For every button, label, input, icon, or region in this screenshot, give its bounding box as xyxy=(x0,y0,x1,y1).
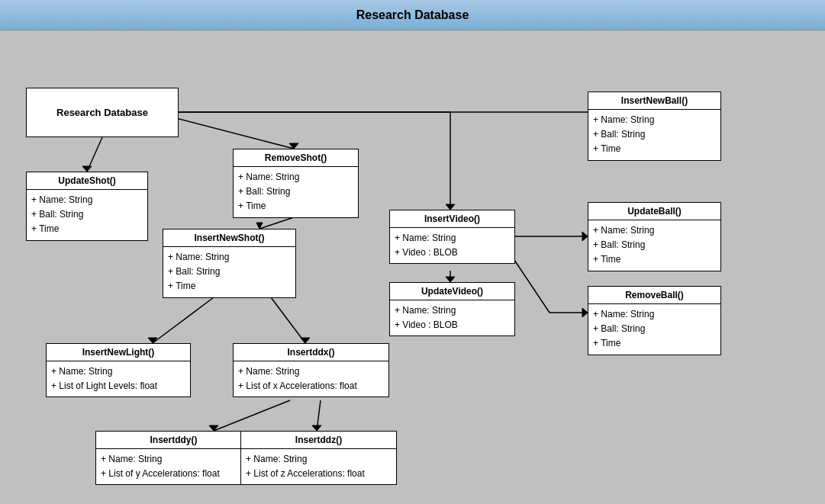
insertddx-header: Insertddx() xyxy=(234,344,388,361)
svg-marker-14 xyxy=(301,338,310,343)
svg-marker-12 xyxy=(148,338,157,343)
insertddz-header: Insertddz() xyxy=(241,432,396,449)
insertddx-body: + Name: String + List of x Accelerations… xyxy=(234,361,388,396)
insertddx-box: Insertddx() + Name: String + List of x A… xyxy=(233,343,389,397)
svg-marker-2 xyxy=(289,143,298,149)
update-ball-header: UpdateBall() xyxy=(588,203,720,220)
svg-line-15 xyxy=(214,400,290,431)
update-ball-box: UpdateBall() + Name: String + Ball: Stri… xyxy=(588,202,721,271)
svg-line-23 xyxy=(511,255,549,313)
research-db-box: Research Database xyxy=(26,88,179,137)
svg-line-17 xyxy=(317,400,321,431)
svg-marker-10 xyxy=(256,223,263,229)
update-video-header: UpdateVideo() xyxy=(390,283,514,300)
svg-marker-18 xyxy=(312,425,321,431)
insert-new-ball-box: InsertNewBall() + Name: String + Ball: S… xyxy=(588,91,721,161)
svg-marker-5 xyxy=(446,204,455,210)
update-shot-box: UpdateShot() + Name: String + Ball: Stri… xyxy=(26,172,148,241)
update-shot-header: UpdateShot() xyxy=(27,172,147,190)
insertddy-body: + Name: String + List of y Accelerations… xyxy=(96,449,251,484)
insert-video-header: InsertVideo() xyxy=(390,210,514,228)
update-video-box: UpdateVideo() + Name: String + Video : B… xyxy=(389,282,515,336)
svg-line-9 xyxy=(259,217,294,229)
insertddy-box: Insertddy() + Name: String + List of y A… xyxy=(95,431,252,485)
update-video-body: + Name: String + Video : BLOB xyxy=(390,300,514,335)
svg-line-13 xyxy=(271,297,305,343)
remove-shot-box: RemoveShot() + Name: String + Ball: Stri… xyxy=(233,149,359,218)
svg-marker-16 xyxy=(209,425,218,431)
remove-ball-box: RemoveBall() + Name: String + Ball: Stri… xyxy=(588,286,721,355)
svg-line-11 xyxy=(153,297,214,343)
remove-ball-header: RemoveBall() xyxy=(588,287,720,304)
svg-marker-22 xyxy=(582,232,588,241)
svg-marker-20 xyxy=(446,277,455,282)
insert-video-body: + Name: String + Video : BLOB xyxy=(390,228,514,263)
insert-new-shot-box: InsertNewShot() + Name: String + Ball: S… xyxy=(163,229,296,298)
remove-shot-body: + Name: String + Ball: String + Time xyxy=(234,167,358,217)
insert-new-light-body: + Name: String + List of Light Levels: f… xyxy=(47,361,190,396)
insert-new-shot-header: InsertNewShot() xyxy=(163,230,295,247)
svg-line-0 xyxy=(87,137,102,172)
insert-new-light-header: InsertNewLight() xyxy=(47,344,190,361)
insert-new-shot-body: + Name: String + Ball: String + Time xyxy=(163,247,295,297)
insertddy-header: Insertddy() xyxy=(96,432,251,449)
remove-shot-header: RemoveShot() xyxy=(234,149,358,167)
insert-new-ball-header: InsertNewBall() xyxy=(588,92,720,110)
update-ball-body: + Name: String + Ball: String + Time xyxy=(588,220,720,271)
insert-video-box: InsertVideo() + Name: String + Video : B… xyxy=(389,210,515,264)
insertddz-box: Insertddz() + Name: String + List of z A… xyxy=(240,431,397,485)
remove-ball-body: + Name: String + Ball: String + Time xyxy=(588,304,720,355)
svg-marker-25 xyxy=(582,308,588,317)
title-bar: Research Database xyxy=(0,0,825,30)
update-shot-body: + Name: String + Ball: String + Time xyxy=(27,190,147,240)
insertddz-body: + Name: String + List of z Accelerations… xyxy=(241,449,396,484)
svg-marker-26 xyxy=(82,166,92,172)
app-title: Research Database xyxy=(356,8,469,22)
insert-new-light-box: InsertNewLight() + Name: String + List o… xyxy=(46,343,191,397)
diagram-area: Research Database UpdateShot() + Name: S… xyxy=(0,30,825,504)
research-db-label: Research Database xyxy=(56,107,148,118)
insert-new-ball-body: + Name: String + Ball: String + Time xyxy=(588,110,720,160)
